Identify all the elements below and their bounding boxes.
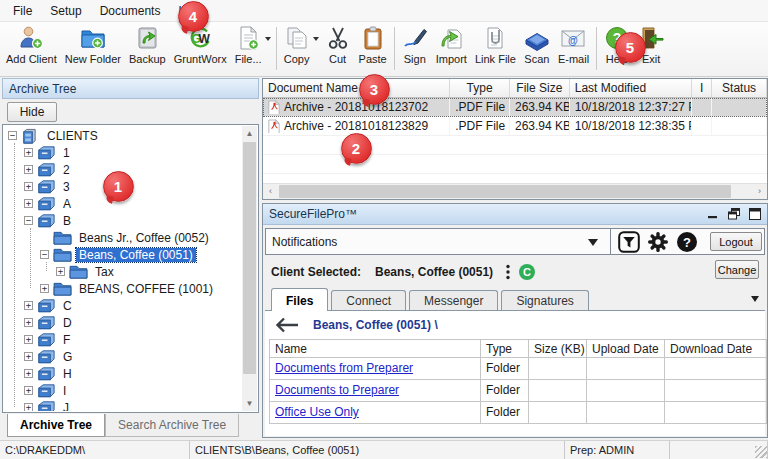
minimize-icon[interactable] bbox=[707, 208, 719, 220]
resize-grip[interactable] bbox=[755, 446, 767, 458]
breadcrumb-path[interactable]: Beans, Coffee (0051) \ bbox=[313, 318, 438, 332]
expand-plus-icon[interactable]: + bbox=[24, 165, 33, 174]
scroll-right-icon[interactable]: › bbox=[752, 184, 767, 199]
menu-setup[interactable]: Setup bbox=[41, 2, 90, 20]
column-header-upload-date[interactable]: Upload Date bbox=[587, 339, 665, 358]
tree-item-d[interactable]: +D bbox=[4, 314, 242, 331]
toolbar-backup-button[interactable]: Backup bbox=[125, 24, 170, 66]
filter-icon[interactable] bbox=[618, 231, 640, 253]
tree-item-h[interactable]: +H bbox=[4, 365, 242, 382]
notifications-bar: Notifications ? Logout bbox=[265, 228, 765, 255]
tabs-overflow-icon[interactable] bbox=[751, 296, 759, 306]
column-header-size-kb[interactable]: Size (KB) bbox=[529, 339, 587, 358]
toolbar-button-label: GruntWorx bbox=[174, 53, 227, 65]
tree-item-i[interactable]: +I bbox=[4, 382, 242, 399]
toolbar-new-folder-button[interactable]: New Folder bbox=[61, 24, 125, 66]
expand-plus-icon[interactable]: + bbox=[40, 284, 49, 293]
tab-files[interactable]: Files bbox=[271, 288, 328, 311]
collapse-minus-icon[interactable]: − bbox=[40, 250, 49, 259]
folder-link-office-use-only[interactable]: Office Use Only bbox=[275, 405, 359, 419]
maximize-icon[interactable] bbox=[749, 208, 761, 220]
collapse-minus-icon[interactable]: − bbox=[24, 216, 33, 225]
dropdown-arrow-icon[interactable] bbox=[265, 37, 271, 44]
toolbar-add-client-button[interactable]: Add Client bbox=[2, 24, 61, 66]
tree-item-beans-coffee-1001[interactable]: +BEANS, COFFEE (1001) bbox=[4, 280, 242, 297]
tree-scrollbar-thumb[interactable] bbox=[243, 142, 256, 374]
toolbar-import-button[interactable]: Import bbox=[432, 24, 471, 66]
expand-plus-icon[interactable]: + bbox=[24, 403, 33, 411]
help-circle-icon[interactable]: ? bbox=[676, 231, 698, 253]
column-header-status[interactable]: Status bbox=[712, 79, 767, 97]
document-row[interactable]: Archive - 20181018123702.PDF File263.94 … bbox=[263, 98, 767, 117]
tab-archive-tree[interactable]: Archive Tree bbox=[7, 414, 105, 437]
change-client-button[interactable]: Change bbox=[715, 260, 759, 279]
tree-item-g[interactable]: +G bbox=[4, 348, 242, 365]
toolbar-file-button[interactable]: File... bbox=[231, 24, 273, 66]
column-header-document-name[interactable]: Document Name bbox=[263, 79, 450, 97]
chevron-down-icon[interactable] bbox=[588, 239, 598, 251]
tab-signatures[interactable]: Signatures bbox=[501, 290, 588, 310]
expand-plus-icon[interactable]: + bbox=[24, 352, 33, 361]
menu-file[interactable]: File bbox=[4, 2, 41, 20]
expand-plus-icon[interactable]: + bbox=[24, 318, 33, 327]
scroll-up-icon[interactable]: ▲ bbox=[242, 126, 257, 141]
toolbar-scan-button[interactable]: Scan bbox=[520, 24, 554, 66]
column-header-i[interactable]: I bbox=[692, 79, 712, 97]
column-header-last-modified[interactable]: Last Modified bbox=[570, 79, 692, 97]
column-header-file-size[interactable]: File Size bbox=[510, 79, 570, 97]
scroll-down-icon[interactable]: ▼ bbox=[242, 396, 257, 411]
tree-item-f[interactable]: +F bbox=[4, 331, 242, 348]
tree-item-tax[interactable]: +Tax bbox=[4, 263, 242, 280]
expand-plus-icon[interactable]: + bbox=[24, 301, 33, 310]
toolbar-e-mail-button[interactable]: @E-mail bbox=[554, 24, 593, 66]
toolbar-cut-button[interactable]: Cut bbox=[321, 24, 355, 66]
restore-icon[interactable] bbox=[728, 208, 740, 220]
tree-item-j[interactable]: +J bbox=[4, 399, 242, 411]
expand-plus-icon[interactable]: + bbox=[24, 182, 33, 191]
hscrollbar-thumb[interactable] bbox=[279, 185, 731, 198]
tree-item-c[interactable]: +C bbox=[4, 297, 242, 314]
column-header-type[interactable]: Type bbox=[481, 339, 529, 358]
back-arrow-icon[interactable] bbox=[275, 317, 299, 333]
tree-item-b[interactable]: −B bbox=[4, 212, 242, 229]
tree-item-beans-coffee-0051[interactable]: −Beans, Coffee (0051) bbox=[4, 246, 242, 263]
logout-button[interactable]: Logout bbox=[710, 232, 762, 251]
expand-plus-icon[interactable]: + bbox=[24, 386, 33, 395]
callout-3: 3 bbox=[359, 74, 390, 105]
scroll-left-icon[interactable]: ‹ bbox=[263, 184, 278, 199]
callout-2: 2 bbox=[341, 133, 372, 164]
tree-item-clients[interactable]: −CLIENTS bbox=[4, 127, 242, 144]
gear-icon[interactable] bbox=[647, 231, 669, 253]
expand-plus-icon[interactable]: + bbox=[24, 148, 33, 157]
tree-item-beans-jr-coffee-0052[interactable]: Beans Jr., Coffee (0052) bbox=[4, 229, 242, 246]
column-header-download-date[interactable]: Download Date bbox=[665, 339, 767, 358]
document-row[interactable]: Archive - 20181018123829.PDF File263.94 … bbox=[263, 117, 767, 136]
tab-search-archive-tree[interactable]: Search Archive Tree bbox=[105, 414, 239, 437]
dropdown-arrow-icon[interactable] bbox=[313, 37, 319, 44]
folder-link-documents-to-preparer[interactable]: Documents to Preparer bbox=[275, 383, 399, 397]
column-header-name[interactable]: Name bbox=[269, 339, 481, 358]
files-table-cell bbox=[587, 402, 665, 424]
tab-messenger[interactable]: Messenger bbox=[409, 290, 498, 310]
toolbar-link-file-button[interactable]: Link File bbox=[471, 24, 520, 66]
tree-item-1[interactable]: +1 bbox=[4, 144, 242, 161]
expand-plus-icon[interactable]: + bbox=[24, 199, 33, 208]
drawer-icon bbox=[37, 332, 57, 348]
expand-plus-icon[interactable]: + bbox=[24, 369, 33, 378]
menu-documents[interactable]: Documents bbox=[91, 2, 170, 20]
collapse-minus-icon[interactable]: − bbox=[8, 131, 17, 140]
kebab-menu-icon[interactable] bbox=[505, 264, 511, 280]
expand-plus-icon[interactable]: + bbox=[24, 335, 33, 344]
notifications-dropdown[interactable]: Notifications bbox=[266, 235, 588, 249]
folder-link-documents-from-preparer[interactable]: Documents from Preparer bbox=[275, 361, 413, 375]
hide-button[interactable]: Hide bbox=[7, 102, 57, 122]
column-header-type[interactable]: Type bbox=[450, 79, 510, 97]
tab-connect[interactable]: Connect bbox=[331, 290, 406, 310]
tree-item-label: BEANS, COFFEE (1001) bbox=[76, 282, 216, 296]
expand-plus-icon[interactable]: + bbox=[56, 267, 65, 276]
tree-vertical-scrollbar[interactable]: ▲ ▼ bbox=[242, 126, 257, 411]
document-list-horizontal-scrollbar[interactable]: ‹ › bbox=[263, 183, 767, 199]
toolbar-paste-button[interactable]: Paste bbox=[355, 24, 391, 66]
toolbar-sign-button[interactable]: Sign bbox=[398, 24, 432, 66]
toolbar-copy-button[interactable]: Copy bbox=[280, 24, 321, 66]
